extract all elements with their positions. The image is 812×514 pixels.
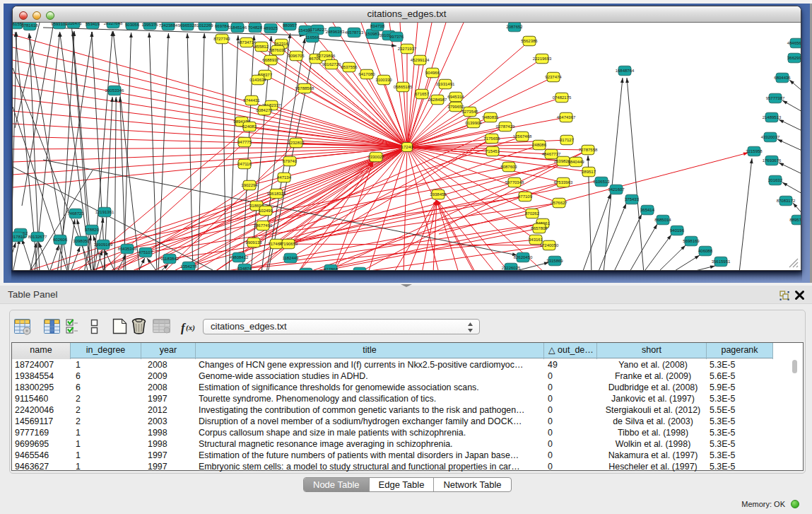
svg-text:3098050: 3098050 bbox=[73, 239, 90, 243]
svg-text:679740: 679740 bbox=[283, 159, 298, 163]
svg-text:978820: 978820 bbox=[85, 228, 100, 232]
svg-text:6537556: 6537556 bbox=[341, 65, 358, 69]
svg-text:9480831: 9480831 bbox=[482, 115, 499, 119]
svg-text:90162720: 90162720 bbox=[322, 62, 341, 66]
svg-text:5876036: 5876036 bbox=[269, 48, 286, 52]
svg-text:82620450: 82620450 bbox=[514, 255, 533, 259]
svg-text:3799650: 3799650 bbox=[447, 105, 464, 109]
svg-text:72787558: 72787558 bbox=[579, 148, 598, 152]
svg-text:96965328: 96965328 bbox=[178, 23, 197, 28]
svg-text:503056: 503056 bbox=[125, 23, 140, 27]
svg-text:35615951: 35615951 bbox=[712, 259, 731, 264]
svg-text:48467737: 48467737 bbox=[542, 152, 561, 156]
svg-text:22219693: 22219693 bbox=[533, 57, 552, 61]
svg-text:102499: 102499 bbox=[259, 209, 273, 213]
svg-text:475107: 475107 bbox=[139, 250, 153, 255]
svg-text:02787429: 02787429 bbox=[496, 124, 515, 129]
svg-text:21489513: 21489513 bbox=[763, 115, 782, 119]
svg-text:6945314: 6945314 bbox=[447, 95, 464, 99]
svg-text:343161: 343161 bbox=[529, 238, 543, 242]
svg-text:0084271: 0084271 bbox=[256, 108, 273, 112]
svg-text:3215958: 3215958 bbox=[746, 149, 763, 153]
svg-text:1232812: 1232812 bbox=[288, 141, 305, 145]
svg-text:427868: 427868 bbox=[324, 267, 339, 270]
svg-text:46578713: 46578713 bbox=[345, 30, 364, 35]
svg-text:289517: 289517 bbox=[582, 170, 596, 174]
svg-text:(x): (x) bbox=[186, 323, 195, 332]
svg-text:7175655: 7175655 bbox=[483, 136, 500, 141]
svg-text:8685014: 8685014 bbox=[654, 218, 671, 222]
svg-text:16848764: 16848764 bbox=[616, 69, 635, 73]
svg-text:671657: 671657 bbox=[415, 92, 430, 96]
svg-text:8895798: 8895798 bbox=[789, 218, 801, 222]
svg-text:5698169: 5698169 bbox=[683, 239, 700, 243]
svg-text:95788568: 95788568 bbox=[295, 86, 314, 90]
svg-text:12191361: 12191361 bbox=[95, 210, 114, 214]
svg-text:366299: 366299 bbox=[787, 56, 801, 60]
svg-text:12567468: 12567468 bbox=[513, 134, 532, 139]
svg-text:9909133: 9909133 bbox=[245, 240, 262, 245]
svg-text:67533963: 67533963 bbox=[554, 180, 573, 185]
svg-text:7317810: 7317810 bbox=[13, 235, 25, 239]
svg-text:48734714: 48734714 bbox=[237, 40, 257, 45]
svg-text:0143634: 0143634 bbox=[249, 78, 266, 82]
svg-text:6417080: 6417080 bbox=[358, 72, 375, 76]
svg-text:477109: 477109 bbox=[518, 194, 533, 199]
svg-text:17240050: 17240050 bbox=[540, 243, 559, 247]
svg-text:8087603: 8087603 bbox=[500, 165, 517, 169]
svg-text:0576627: 0576627 bbox=[551, 201, 567, 205]
svg-text:77190659: 77190659 bbox=[279, 242, 298, 246]
svg-text:2330027: 2330027 bbox=[367, 155, 384, 159]
svg-text:1012269: 1012269 bbox=[196, 23, 213, 28]
svg-text:553419: 553419 bbox=[86, 23, 100, 26]
svg-text:28327648: 28327648 bbox=[104, 23, 123, 25]
svg-text:01845146: 01845146 bbox=[228, 25, 247, 30]
svg-text:8727743: 8727743 bbox=[213, 37, 230, 41]
svg-text:524082: 524082 bbox=[242, 124, 257, 129]
svg-text:375433: 375433 bbox=[625, 197, 640, 201]
svg-text:1182449: 1182449 bbox=[283, 256, 300, 260]
svg-text:23271937: 23271937 bbox=[398, 47, 417, 51]
svg-text:3100330: 3100330 bbox=[375, 78, 392, 82]
svg-text:834738: 834738 bbox=[370, 24, 385, 28]
svg-text:7468723: 7468723 bbox=[67, 211, 84, 216]
svg-text:870262: 870262 bbox=[525, 211, 540, 216]
svg-text:0139904: 0139904 bbox=[465, 121, 482, 125]
svg-text:8657809: 8657809 bbox=[531, 226, 548, 230]
svg-text:85435346: 85435346 bbox=[118, 247, 137, 251]
svg-text:46474367: 46474367 bbox=[557, 115, 576, 119]
svg-text:715451: 715451 bbox=[486, 149, 500, 153]
svg-text:602606: 602606 bbox=[53, 238, 68, 242]
svg-text:5744431: 5744431 bbox=[243, 98, 260, 103]
svg-text:5840449: 5840449 bbox=[567, 160, 584, 164]
svg-text:59770348: 59770348 bbox=[505, 180, 524, 185]
svg-text:3315869: 3315869 bbox=[546, 259, 563, 263]
svg-text:1316475: 1316475 bbox=[65, 23, 82, 25]
svg-text:447134: 447134 bbox=[277, 175, 292, 180]
svg-text:0106513: 0106513 bbox=[593, 180, 610, 184]
svg-text:116566: 116566 bbox=[305, 35, 319, 40]
svg-text:26284987: 26284987 bbox=[428, 98, 447, 102]
svg-text:904966: 904966 bbox=[425, 71, 440, 75]
svg-text:9096705: 9096705 bbox=[288, 54, 305, 58]
svg-text:17693676: 17693676 bbox=[763, 158, 782, 163]
svg-text:406088: 406088 bbox=[698, 249, 713, 253]
svg-text:5562386: 5562386 bbox=[521, 39, 538, 43]
svg-text:1395376: 1395376 bbox=[141, 23, 158, 27]
svg-text:1902294: 1902294 bbox=[241, 183, 258, 187]
svg-text:43320037: 43320037 bbox=[761, 135, 780, 139]
svg-text:17240: 17240 bbox=[401, 145, 413, 149]
svg-text:489325: 489325 bbox=[264, 26, 278, 30]
svg-text:2087652: 2087652 bbox=[506, 25, 523, 29]
svg-text:455812: 455812 bbox=[254, 45, 269, 49]
svg-text:534874: 534874 bbox=[237, 267, 252, 270]
svg-text:72423884: 72423884 bbox=[159, 23, 178, 28]
svg-text:87083172: 87083172 bbox=[777, 199, 796, 203]
svg-text:07482175: 07482175 bbox=[553, 95, 572, 100]
svg-text:9237474: 9237474 bbox=[545, 75, 562, 79]
svg-text:704828: 704828 bbox=[248, 25, 263, 30]
svg-text:947775: 947775 bbox=[237, 140, 252, 144]
svg-text:880957: 880957 bbox=[283, 23, 298, 28]
svg-text:91183842: 91183842 bbox=[160, 257, 180, 261]
svg-text:80132677: 80132677 bbox=[28, 235, 47, 239]
